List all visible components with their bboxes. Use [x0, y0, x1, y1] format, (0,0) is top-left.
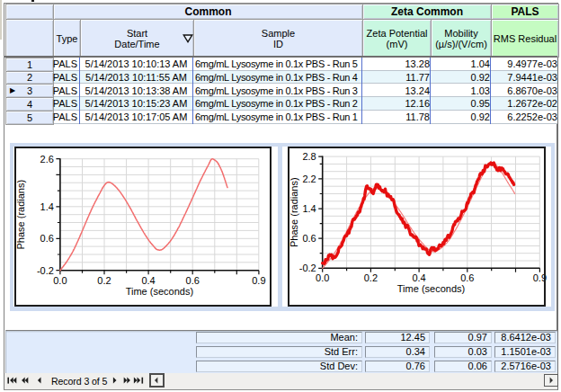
svg-text:Phase (radians): Phase (radians)	[289, 178, 299, 248]
svg-text:0.6: 0.6	[302, 234, 316, 245]
svg-text:0.6: 0.6	[40, 234, 54, 245]
svg-text:-0.2: -0.2	[37, 265, 54, 276]
svg-text:Time (seconds): Time (seconds)	[126, 286, 193, 297]
svg-text:0.6: 0.6	[460, 273, 474, 284]
svg-text:0.9: 0.9	[252, 275, 265, 286]
svg-text:0.2: 0.2	[364, 273, 378, 284]
svg-text:-0.2: -0.2	[299, 263, 316, 274]
svg-text:0.0: 0.0	[53, 275, 67, 286]
svg-text:1.4: 1.4	[40, 201, 54, 212]
svg-text:Phase (radians): Phase (radians)	[15, 180, 26, 250]
svg-text:2.6: 2.6	[40, 154, 54, 165]
svg-text:2.2: 2.2	[302, 174, 316, 184]
svg-text:Time (seconds): Time (seconds)	[397, 284, 465, 295]
svg-text:1.4: 1.4	[302, 203, 316, 214]
svg-text:0.2: 0.2	[97, 275, 111, 286]
svg-text:0.6: 0.6	[186, 275, 200, 286]
svg-text:0.0: 0.0	[316, 273, 329, 284]
svg-text:0.4: 0.4	[412, 273, 425, 284]
svg-text:0.4: 0.4	[141, 275, 155, 286]
svg-text:2.8: 2.8	[302, 151, 316, 162]
